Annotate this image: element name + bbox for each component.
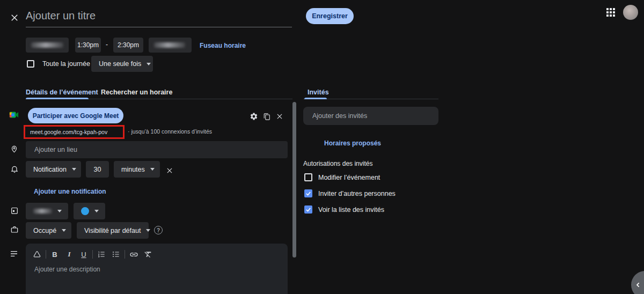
collapse-panel-button[interactable]: [631, 271, 644, 294]
active-tab-underline: [26, 98, 89, 99]
description-lines-icon: [10, 250, 18, 259]
clear-formatting-icon: [144, 250, 152, 259]
permission-row-see-list: Voir la liste des invités: [304, 205, 384, 214]
end-time-field[interactable]: 2:30pm: [113, 38, 143, 53]
tab-guests[interactable]: Invités: [308, 89, 329, 96]
permission-row-invite: Inviter d’autres personnes: [304, 189, 396, 197]
permission-label: Voir la liste des invités: [318, 206, 384, 214]
tab-find-time[interactable]: Rechercher un horaire: [101, 89, 172, 96]
chevron-down-icon: [94, 210, 99, 212]
event-editor-page: Enregistrer 1:30pm - 2:30pm Fuseau horai…: [0, 0, 644, 294]
recurrence-select[interactable]: Une seule fois: [91, 56, 153, 72]
chevron-down-icon: [147, 63, 151, 65]
all-day-checkbox[interactable]: [27, 60, 34, 68]
location-input[interactable]: [26, 141, 288, 158]
italic-button[interactable]: I: [63, 248, 75, 260]
location-pin-icon: [10, 144, 18, 156]
notification-unit-select[interactable]: minutes: [114, 161, 160, 178]
end-date-field[interactable]: [149, 38, 192, 53]
event-color-select[interactable]: [74, 203, 105, 219]
permission-label: Modifier l’événement: [318, 174, 380, 181]
apps-grid-icon[interactable]: [606, 8, 615, 17]
tab-event-details[interactable]: Détails de l’événement: [26, 89, 98, 96]
drive-triangle-icon: [33, 250, 41, 259]
recurrence-value: Une seule fois: [99, 60, 141, 68]
chevron-down-icon: [62, 229, 66, 232]
close-icon: [10, 13, 19, 23]
bulleted-list-icon: [112, 250, 120, 259]
redacted-calendar-name: [33, 209, 52, 214]
insert-link-button[interactable]: [128, 248, 140, 260]
notification-type-select[interactable]: Notification: [26, 161, 81, 178]
bulleted-list-button[interactable]: [110, 248, 122, 260]
notification-amount-field[interactable]: 30: [86, 161, 109, 178]
meet-settings-button[interactable]: [248, 111, 260, 122]
meet-remove-button[interactable]: [274, 111, 286, 122]
busy-status-value: Occupé: [33, 227, 56, 234]
bold-button[interactable]: B: [49, 248, 61, 260]
check-icon: [305, 190, 311, 196]
bell-icon: [10, 164, 19, 175]
invite-others-checkbox[interactable]: [304, 189, 312, 197]
chevron-down-icon: [150, 168, 155, 171]
help-icon[interactable]: ?: [154, 226, 163, 234]
notification-unit-value: minutes: [121, 166, 145, 173]
gear-icon: [250, 112, 258, 121]
meet-copy-button[interactable]: [261, 111, 273, 122]
description-toolbar: B I U: [31, 248, 154, 260]
guest-permissions-title: Autorisations des invités: [303, 160, 372, 167]
numbered-list-button[interactable]: [96, 248, 107, 260]
title-underline: [26, 27, 292, 27]
calendar-select[interactable]: [26, 203, 68, 219]
modify-event-checkbox[interactable]: [304, 173, 312, 181]
description-placeholder[interactable]: Ajouter une description: [34, 266, 100, 273]
redacted-end-date: [154, 42, 185, 48]
redacted-start-date: [31, 42, 63, 48]
check-icon: [305, 207, 311, 212]
chevron-down-icon: [72, 168, 76, 171]
numbered-list-icon: [97, 250, 106, 259]
see-guest-list-checkbox[interactable]: [304, 205, 312, 214]
start-time-field[interactable]: 1:30pm: [75, 38, 101, 53]
notification-remove-button[interactable]: [164, 165, 175, 177]
visibility-value: Visibilité par défaut: [84, 227, 141, 234]
toolbar-divider: [125, 250, 125, 259]
permission-row-modify: Modifier l’événement: [304, 173, 380, 181]
description-box[interactable]: B I U Ajouter une description: [26, 244, 288, 294]
chevron-down-icon: [146, 229, 150, 232]
time-range-dash: -: [106, 41, 108, 48]
add-guests-input[interactable]: [303, 107, 438, 125]
event-color-dot: [81, 207, 89, 215]
attach-drive-button[interactable]: [31, 248, 43, 260]
toolbar-divider: [92, 250, 93, 259]
suggested-times-link[interactable]: Horaires proposés: [324, 139, 381, 147]
close-icon: [166, 167, 173, 174]
chevron-down-icon: [57, 210, 62, 212]
meet-link-text[interactable]: meet.google.com/tcg-kpah-pov: [30, 129, 107, 135]
scrollbar-thumb[interactable]: [292, 102, 296, 258]
chevron-left-icon: [634, 281, 642, 289]
busy-status-select[interactable]: Occupé: [26, 222, 71, 239]
save-button[interactable]: Enregistrer: [306, 8, 354, 24]
copy-icon: [263, 113, 271, 121]
close-icon: [276, 113, 283, 120]
title-input[interactable]: [26, 10, 251, 22]
clear-formatting-button[interactable]: [142, 248, 154, 260]
avatar[interactable]: [623, 5, 638, 20]
visibility-select[interactable]: Visibilité par défaut: [77, 222, 149, 239]
toolbar-divider: [46, 250, 46, 259]
underline-button[interactable]: U: [78, 248, 90, 260]
timezone-link[interactable]: Fuseau horaire: [200, 42, 246, 49]
add-notification-link[interactable]: Ajouter une notification: [34, 188, 106, 195]
briefcase-icon: [10, 225, 19, 236]
start-date-field[interactable]: [26, 38, 69, 53]
notification-type-value: Notification: [33, 166, 67, 173]
meet-link-highlight-box: meet.google.com/tcg-kpah-pov: [24, 125, 125, 139]
close-button[interactable]: [10, 13, 19, 23]
permission-label: Inviter d’autres personnes: [318, 190, 396, 197]
link-icon: [129, 250, 138, 259]
meet-capacity-text: · jusqu’à 100 connexions d’invités: [128, 128, 212, 135]
calendar-icon: [10, 206, 19, 217]
all-day-label: Toute la journée: [42, 60, 90, 68]
join-meet-button[interactable]: Participer avec Google Meet: [28, 108, 123, 123]
